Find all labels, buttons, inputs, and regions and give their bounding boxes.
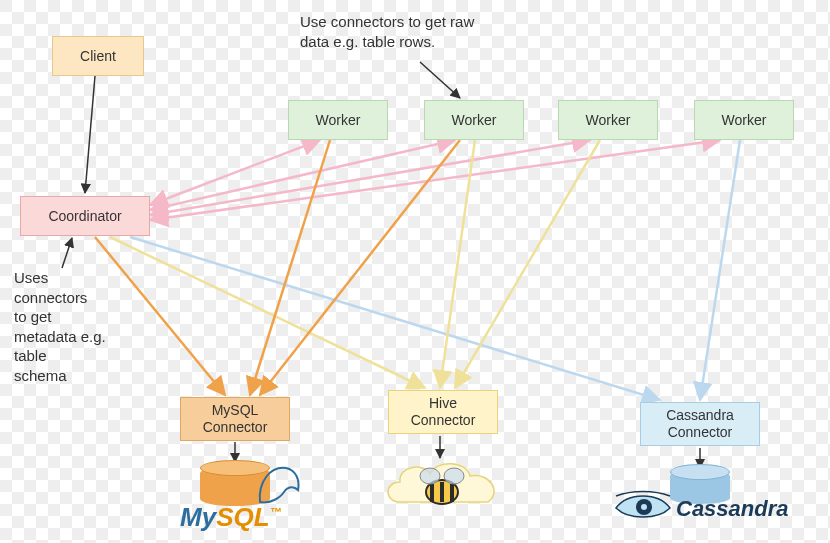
edge-coord-cass (130, 237, 660, 400)
node-mysql-connector: MySQL Connector (180, 397, 290, 441)
edge-w2-hive (440, 140, 475, 388)
edge-coord-w1 (150, 140, 320, 205)
hive-bee-icon (416, 462, 468, 510)
cassandra-logo-text: Cassandra (676, 496, 789, 522)
svg-point-5 (444, 468, 464, 484)
node-worker-2: Worker (424, 100, 524, 140)
svg-point-4 (420, 468, 440, 484)
edge-coord-w4 (150, 140, 720, 220)
node-worker-1: Worker (288, 100, 388, 140)
svg-rect-1 (430, 484, 434, 502)
edge-coord-w2 (150, 140, 455, 210)
mysql-dolphin-icon (256, 462, 302, 506)
edge-note-worker (420, 62, 460, 98)
edge-coord-mysql (95, 237, 225, 395)
svg-rect-2 (440, 482, 444, 502)
edge-w3-hive (455, 140, 600, 388)
mysql-logo-text: MySQL™ (180, 502, 282, 533)
node-worker-3: Worker (558, 100, 658, 140)
node-cassandra-connector: Cassandra Connector (640, 402, 760, 446)
annotation-worker-note: Use connectors to get raw data e.g. tabl… (300, 12, 474, 51)
cassandra-eye-icon (614, 490, 672, 524)
edge-w1-mysql (250, 140, 330, 395)
node-client: Client (52, 36, 144, 76)
svg-point-7 (641, 504, 647, 510)
edge-client-coordinator (85, 76, 95, 193)
edge-w2-mysql (260, 140, 460, 395)
edge-note-coordinator (62, 238, 72, 268)
edge-coord-hive (110, 237, 425, 388)
svg-rect-3 (450, 484, 454, 502)
edge-w4-cass (700, 140, 740, 400)
annotation-coordinator-note: Uses connectors to get metadata e.g. tab… (14, 268, 106, 385)
node-coordinator: Coordinator (20, 196, 150, 236)
node-hive-connector: Hive Connector (388, 390, 498, 434)
edge-coord-w3 (150, 140, 590, 215)
node-worker-4: Worker (694, 100, 794, 140)
